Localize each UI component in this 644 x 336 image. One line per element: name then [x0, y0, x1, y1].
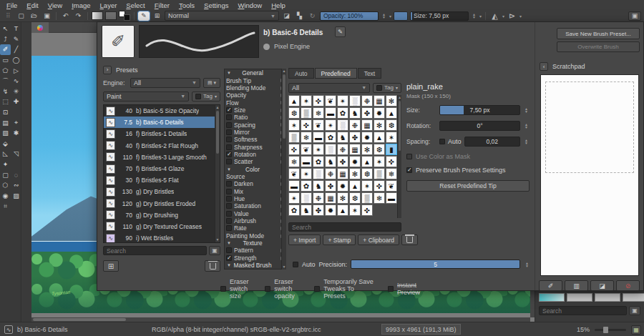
- tool-edit-shapes[interactable]: ⤴: [0, 34, 11, 45]
- tip-size-slider[interactable]: 7,50 px: [439, 105, 520, 115]
- brush-tip-cell[interactable]: ♞: [337, 132, 348, 143]
- tab-text[interactable]: Text: [358, 68, 382, 79]
- option-checkbox[interactable]: [226, 196, 232, 202]
- opacity-options-caret[interactable]: ▾: [389, 14, 391, 19]
- brush-tip-cell[interactable]: ✜: [301, 119, 312, 131]
- brush-tip-cell[interactable]: ❄: [301, 132, 312, 143]
- brush-tip-cell[interactable]: ❦: [325, 95, 336, 107]
- option-checkbox[interactable]: [226, 218, 232, 224]
- pattern-swatch[interactable]: [105, 11, 117, 20]
- brush-tip-cell[interactable]: ♞: [301, 204, 312, 216]
- brush-tip-cell[interactable]: ✜: [374, 180, 385, 192]
- tool-freehand-path[interactable]: ∿: [11, 76, 21, 87]
- brush-presets-button[interactable]: ⊞: [152, 11, 162, 21]
- option-row-pattern[interactable]: Pattern: [225, 247, 286, 254]
- tab-auto[interactable]: Auto: [288, 68, 314, 79]
- brush-tip-cell[interactable]: ▬: [313, 132, 324, 143]
- rename-pencil-icon[interactable]: ✎: [335, 26, 346, 37]
- scratchpad-canvas[interactable]: [540, 74, 639, 276]
- option-row-brush-tip[interactable]: Brush Tip: [225, 76, 286, 84]
- tool-move[interactable]: ✚: [11, 97, 21, 107]
- brush-tip-cell[interactable]: ✶: [374, 156, 385, 167]
- tool-measure[interactable]: ◺: [0, 149, 11, 159]
- brush-tip-cell[interactable]: ▲: [374, 132, 385, 143]
- preset-list-item[interactable]: ∿16f) Bristles-1 Details: [104, 128, 220, 139]
- option-section-general[interactable]: ▼General: [225, 69, 286, 76]
- brush-tip-cell[interactable]: ✻: [361, 144, 373, 155]
- brush-tip-cell[interactable]: ❉: [313, 192, 324, 204]
- current-color-swatch[interactable]: [394, 11, 408, 21]
- options-scrollbar[interactable]: ▲▼: [281, 69, 286, 270]
- brush-tip-cell[interactable]: ░: [349, 95, 361, 107]
- tool-calligraphy[interactable]: ✎: [11, 34, 21, 45]
- brush-tip-cell[interactable]: ▬: [288, 180, 300, 192]
- open-document-button[interactable]: 🗁: [29, 11, 39, 21]
- tool-freehand-select[interactable]: ∾: [11, 180, 21, 191]
- undo-button[interactable]: ↶: [60, 11, 71, 21]
- preset-list-item[interactable]: ∿120g) Dry Bristles Eroded: [104, 198, 220, 209]
- tip-spacing-slider[interactable]: 0,02: [464, 137, 520, 147]
- brush-tip-cell[interactable]: ❄: [288, 156, 300, 167]
- footer-checkbox[interactable]: [314, 286, 320, 292]
- background-color[interactable]: [124, 14, 130, 21]
- brush-tip-cell[interactable]: ✤: [313, 204, 324, 216]
- tool-reference-images[interactable]: ✦: [0, 159, 11, 170]
- menu-item-layer[interactable]: Layer: [100, 1, 117, 9]
- overwrite-brush-button[interactable]: Overwrite Brush: [557, 41, 640, 52]
- tool-dynamic-brush[interactable]: ↯: [0, 87, 11, 97]
- engine-filter-combo[interactable]: All ▼: [130, 78, 200, 88]
- tool-assistants[interactable]: ◹: [11, 149, 21, 159]
- toolbar-grip-icon[interactable]: ⠿: [3, 11, 14, 21]
- menu-item-help[interactable]: Help: [271, 1, 286, 9]
- tag-filter-combo[interactable]: Paint ▼: [103, 92, 189, 102]
- option-row-mirror[interactable]: Mirror: [225, 129, 286, 136]
- option-row-source[interactable]: Source: [225, 173, 286, 180]
- brush-tip-cell[interactable]: ✿: [313, 156, 324, 167]
- brush-tip-cell[interactable]: ✴: [313, 144, 324, 155]
- tool-crop[interactable]: ⊡: [0, 107, 11, 118]
- tag-button[interactable]: Tag ▾: [192, 92, 220, 102]
- brush-tip-cell[interactable]: ♞: [313, 180, 324, 192]
- option-checkbox[interactable]: [226, 137, 232, 142]
- document-tab[interactable]: [31, 22, 49, 33]
- mirror-vertical-caret[interactable]: ▾: [519, 14, 522, 19]
- option-row-blending-mode[interactable]: Blending Mode: [225, 84, 286, 92]
- tool-bezier-select[interactable]: ⌗: [0, 201, 11, 212]
- tag-checkbox[interactable]: [195, 94, 201, 99]
- preset-list-item[interactable]: ∿130g) Dry Bristles: [104, 186, 220, 197]
- mirror-horizontal-button[interactable]: ◭: [489, 11, 500, 21]
- preset-thumbnail[interactable]: [567, 293, 592, 302]
- tool-ellipse[interactable]: ◯: [11, 55, 21, 66]
- scratchpad-fill-gradient-button[interactable]: ◪: [590, 280, 614, 291]
- tool-transform[interactable]: ⬚: [0, 97, 11, 107]
- option-section-masked-brush[interactable]: ▼Masked Brush: [225, 262, 286, 269]
- precision-slider[interactable]: 5: [351, 260, 520, 269]
- tool-polygon[interactable]: ⬠: [0, 65, 11, 76]
- option-row-size[interactable]: Size: [225, 107, 286, 114]
- preset-list-item[interactable]: ∿40b) Basic-5 Size Opacity: [104, 105, 220, 117]
- brush-tip-cell[interactable]: ✴: [288, 192, 300, 204]
- size-slider[interactable]: Size: 7,50 px: [410, 11, 469, 21]
- brush-tip-cell[interactable]: ❆: [374, 144, 385, 155]
- footer-checkbox[interactable]: [265, 286, 270, 292]
- option-row-mix[interactable]: Mix: [225, 188, 286, 195]
- tool-polyline[interactable]: ▷: [11, 65, 21, 76]
- tool-ellipse-select[interactable]: ◌: [11, 169, 21, 180]
- menu-item-view[interactable]: View: [48, 1, 62, 9]
- brush-tip-cell[interactable]: ░: [313, 168, 324, 179]
- reset-predefined-tip-button[interactable]: Reset Predefined Tip: [406, 180, 530, 192]
- brush-tip-cell[interactable]: ❄: [386, 168, 397, 179]
- brush-tip-cell[interactable]: ✿: [301, 180, 312, 192]
- brush-tip-cell[interactable]: ▦: [374, 95, 385, 107]
- preset-thumbnail[interactable]: [623, 293, 644, 302]
- brush-tip-cell[interactable]: ▲: [386, 107, 397, 119]
- brush-tip-cell[interactable]: ✻: [337, 192, 348, 204]
- save-button[interactable]: ▣: [42, 11, 52, 21]
- tip-tag-button[interactable]: Tag ▾: [373, 83, 401, 93]
- option-row-flow[interactable]: Flow: [225, 99, 286, 106]
- presets-collapse-button[interactable]: ›: [103, 66, 112, 74]
- tip-filter-combo[interactable]: All ▼: [288, 83, 370, 93]
- brush-tip-cell[interactable]: ▦: [325, 192, 336, 204]
- menu-item-image[interactable]: Image: [72, 1, 90, 9]
- view-mode-button[interactable]: ▤▾: [203, 78, 220, 88]
